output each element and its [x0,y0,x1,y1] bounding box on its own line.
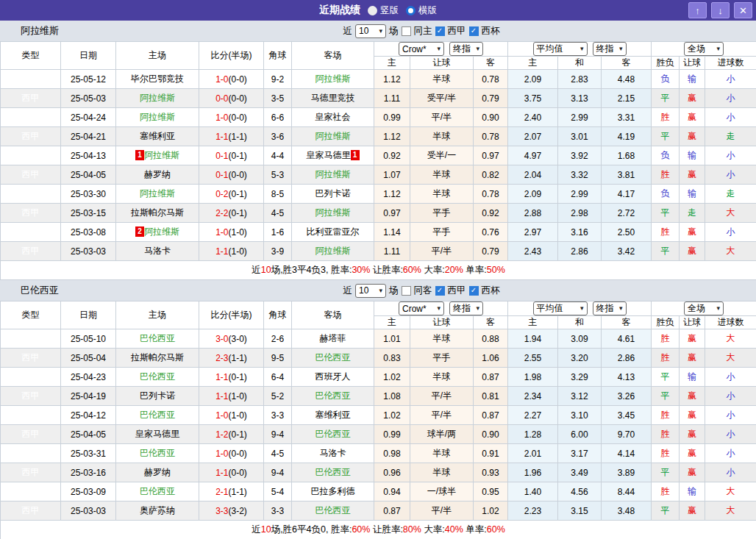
avg-away-odds-cell: 4.17 [602,185,652,204]
home-team-cell: 巴伦西亚 [116,329,199,349]
goals-result-cell: 小 [705,146,756,165]
match-row: 西甲25-03-30阿拉维斯0-2(0-1)8-5巴列卡诺1.12半球0.782… [1,185,756,204]
avg-draw-odds-cell: 3.17 [558,444,602,463]
home-odds-cell: 1.01 [374,329,410,349]
match-row: 西甲25-05-03阿拉维斯0-0(0-0)3-5马德里竞技1.11受平/半0.… [1,89,756,108]
corner-cell: 9-5 [264,349,292,368]
handicap-result-cell: 赢 [680,501,705,521]
final-odds-select[interactable]: 终指▾ [449,301,483,315]
away-team-cell: 阿拉维斯 [292,70,374,89]
home-team-cell: 拉斯帕尔马斯 [116,349,199,368]
page-title: 近期战绩 [319,4,360,17]
arrow-up-icon: ↑ [695,5,700,16]
corner-cell: 9-2 [264,70,292,89]
summary-row: 近10场,胜6平4负0, 胜率:60% 让胜率:80% 大率:40% 单率:60… [1,521,756,539]
home-team-cell: 塞维利亚 [116,127,199,146]
away-odds-cell: 0.87 [474,368,508,387]
col-header-corner: 角球 [264,42,292,70]
away-team-cell: 巴拉多利德 [292,482,374,501]
matches-count-select[interactable]: 10▾ [355,284,386,298]
fulltime-group-header: 全场▾ [652,301,756,316]
goals-result-cell: 大 [705,242,756,261]
home-team-cell: 2阿拉维斯 [116,223,199,242]
average-select[interactable]: 平均值▾ [533,301,588,315]
summary-text: 近10场,胜3平4负3, 胜率:30% 让胜率:60% 大率:20% 单率:50… [1,264,756,276]
move-down-button[interactable]: ↓ [711,2,730,18]
avg-draw-odds-cell: 3.92 [558,146,602,165]
score-cell: 3-3(3-2) [199,501,264,521]
result-cell: 平 [652,368,680,387]
bookmaker-select[interactable]: Crow*▾ [399,301,444,315]
chevron-down-icon: ▾ [717,46,721,52]
goals-result-cell: 大 [705,482,756,501]
away-team-cell: 巴伦西亚 [292,501,374,521]
matches-count-select[interactable]: 10▾ [355,24,386,38]
summary-row: 近10场,胜3平4负3, 胜率:30% 让胜率:60% 大率:20% 单率:50… [1,261,756,280]
away-team-cell: 巴伦西亚 [292,425,374,444]
matches-label: 场 [389,285,399,297]
final-odds-select-2-value: 终指 [596,43,614,55]
copa-checkbox[interactable]: ✓ [469,26,479,36]
date-cell: 25-04-12 [61,406,116,425]
away-team-cell: 比利亚雷亚尔 [292,223,374,242]
laliga-checkbox[interactable]: ✓ [435,286,445,296]
mode-radio-vertical[interactable]: 竖版 [368,4,399,17]
avg-home-odds-cell: 2.43 [508,242,558,261]
score-cell: 1-0(0-0) [199,444,264,463]
match-row: 西甲25-04-23巴伦西亚1-1(0-1)6-4西班牙人1.02半球0.871… [1,368,756,387]
league-cell: 西甲 [1,70,61,89]
laliga-checkbox[interactable]: ✓ [435,26,445,36]
bookmaker-select[interactable]: Crow*▾ [399,42,444,56]
date-cell: 25-03-16 [61,463,116,482]
date-cell: 25-04-05 [61,425,116,444]
avg-draw-odds-cell: 4.56 [558,482,602,501]
team-name: 阿拉维斯 [21,24,59,38]
home-team-cell: 阿拉维斯 [116,89,199,108]
close-button[interactable]: ✕ [734,2,752,18]
home-odds-cell: 1.11 [374,89,410,108]
final-odds-select[interactable]: 终指▾ [449,42,483,56]
avg-away-odds-cell: 2.86 [602,349,652,368]
avg-home-odds-cell: 2.34 [508,387,558,406]
col-header-date: 日期 [61,42,116,70]
corner-cell: 3-5 [264,89,292,108]
home-odds-cell: 0.97 [374,204,410,223]
avg-draw-odds-cell: 3.20 [558,349,602,368]
avg-home-odds-cell: 4.97 [508,146,558,165]
goals-result-cell: 小 [705,368,756,387]
corner-cell: 4-4 [264,146,292,165]
near-label: 近 [343,25,353,38]
date-cell: 25-03-31 [61,444,116,463]
avg-home-odds-cell: 1.40 [508,482,558,501]
result-cell: 平 [652,501,680,521]
league-cell: 西甲 [1,185,61,204]
league-cell: 西甲 [1,165,61,185]
col-header-type: 类型 [1,42,61,70]
home-odds-cell: 1.07 [374,165,410,185]
handicap-result-cell: 赢 [680,223,705,242]
final-odds-select-2[interactable]: 终指▾ [593,301,627,315]
average-select[interactable]: 平均值▾ [533,42,588,56]
handicap-result-cell: 输 [680,70,705,89]
summary-text: 近10场,胜6平4负0, 胜率:60% 让胜率:80% 大率:40% 单率:60… [1,524,756,536]
avg-draw-odds-cell: 3.01 [558,127,602,146]
home-team-cell: 巴列卡诺 [116,387,199,406]
handicap-result-cell: 输 [680,146,705,165]
same-away-checkbox[interactable] [402,286,411,296]
fulltime-select[interactable]: 全场▾ [684,42,724,56]
move-up-button[interactable]: ↑ [688,2,707,18]
copa-checkbox[interactable]: ✓ [469,286,479,296]
avg-draw-odds-cell: 3.09 [558,329,602,349]
handicap-line-cell: 半球 [410,185,474,204]
mode-radio-horizontal[interactable]: 横版 [406,4,437,17]
fulltime-select[interactable]: 全场▾ [684,301,724,315]
red-card-badge: 1 [351,150,360,160]
arrow-down-icon: ↓ [718,5,723,16]
average-select-value: 平均值 [537,302,563,315]
avg-draw-odds-cell: 3.15 [558,501,602,521]
same-home-checkbox[interactable] [402,26,411,36]
result-cell: 胜 [652,444,680,463]
final-odds-select-2[interactable]: 终指▾ [593,42,627,56]
league-cell: 西甲 [1,108,61,127]
avg-draw-odds-cell: 3.29 [558,368,602,387]
